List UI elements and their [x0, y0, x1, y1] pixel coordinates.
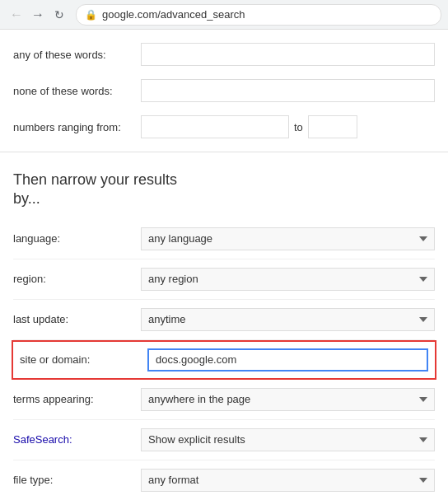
separator-line — [0, 152, 448, 152]
nav-buttons: ← → ↻ — [7, 5, 69, 25]
label-file_type: file type: — [13, 474, 141, 486]
lock-icon: 🔒 — [85, 9, 97, 21]
control-site_or_domain — [147, 348, 428, 371]
control-region: any regionUnited StatesUnited KingdomAus… — [141, 268, 435, 291]
any-of-these-words-input-wrap — [141, 43, 435, 66]
select-last_update[interactable]: anytimepast 24 hourspast weekpast monthp… — [141, 308, 435, 331]
none-of-these-words-input-wrap — [141, 79, 435, 102]
page-content: Then narrow your results by... language:… — [0, 156, 448, 500]
control-terms_appearing: anywhere in the pagein the titlein the t… — [141, 388, 435, 411]
control-last_update: anytimepast 24 hourspast weekpast monthp… — [141, 308, 435, 331]
filter-row-last_update: last update:anytimepast 24 hourspast wee… — [13, 300, 435, 340]
label-language: language: — [13, 232, 141, 245]
input-site_or_domain[interactable] — [147, 348, 428, 371]
number-range-wrap: to — [141, 115, 435, 138]
top-partial-rows: any of these words: none of these words:… — [0, 30, 448, 148]
select-language[interactable]: any languageEnglishFrenchGermanSpanish — [141, 227, 435, 250]
label-region: region: — [13, 273, 141, 285]
back-button[interactable]: ← — [7, 5, 26, 25]
select-region[interactable]: any regionUnited StatesUnited KingdomAus… — [141, 268, 435, 291]
forward-button[interactable]: → — [28, 5, 48, 25]
any-of-these-words-input[interactable] — [141, 43, 435, 66]
control-file_type: any formatPDFWordExcelPowerPoint — [141, 469, 435, 492]
label-last_update: last update: — [13, 313, 141, 325]
label-terms_appearing: terms appearing: — [13, 393, 141, 405]
filter-row-region: region:any regionUnited StatesUnited Kin… — [13, 259, 435, 300]
none-of-these-words-input[interactable] — [141, 79, 435, 102]
range-to-label: to — [294, 121, 303, 133]
label-safesearch[interactable]: SafeSearch: — [13, 433, 141, 446]
select-terms_appearing[interactable]: anywhere in the pagein the titlein the t… — [141, 388, 435, 411]
browser-chrome: ← → ↻ 🔒 google.com/advanced_search — [0, 0, 448, 30]
control-safesearch: Show explicit resultsFilter explicit res… — [141, 428, 435, 451]
url-text: google.com/advanced_search — [102, 8, 245, 21]
section-header: Then narrow your results by... — [13, 156, 435, 219]
filter-row-language: language:any languageEnglishFrenchGerman… — [13, 219, 435, 259]
filter-rows-container: language:any languageEnglishFrenchGerman… — [13, 219, 435, 500]
none-of-these-words-label: none of these words: — [13, 85, 141, 97]
control-language: any languageEnglishFrenchGermanSpanish — [141, 227, 435, 250]
any-of-these-words-label: any of these words: — [13, 49, 141, 61]
number-range-from-input[interactable] — [141, 115, 289, 138]
numbers-ranging-row: numbers ranging from: to — [13, 109, 435, 145]
reload-button[interactable]: ↻ — [49, 5, 69, 25]
filter-row-terms_appearing: terms appearing:anywhere in the pagein t… — [13, 380, 435, 420]
select-safesearch[interactable]: Show explicit resultsFilter explicit res… — [141, 428, 435, 451]
filter-row-safesearch: SafeSearch:Show explicit resultsFilter e… — [13, 420, 435, 460]
filter-row-file_type: file type:any formatPDFWordExcelPowerPoi… — [13, 460, 435, 500]
label-site_or_domain: site or domain: — [20, 353, 147, 366]
address-bar[interactable]: 🔒 google.com/advanced_search — [76, 4, 441, 26]
none-of-these-words-row: none of these words: — [13, 72, 435, 109]
select-file_type[interactable]: any formatPDFWordExcelPowerPoint — [141, 469, 435, 492]
number-range-to-input[interactable] — [308, 115, 357, 138]
filter-row-site_or_domain: site or domain: — [12, 340, 436, 380]
any-of-these-words-row: any of these words: — [13, 36, 435, 72]
section-header-text: Then narrow your results by... — [13, 171, 435, 209]
numbers-ranging-label: numbers ranging from: — [13, 121, 141, 133]
